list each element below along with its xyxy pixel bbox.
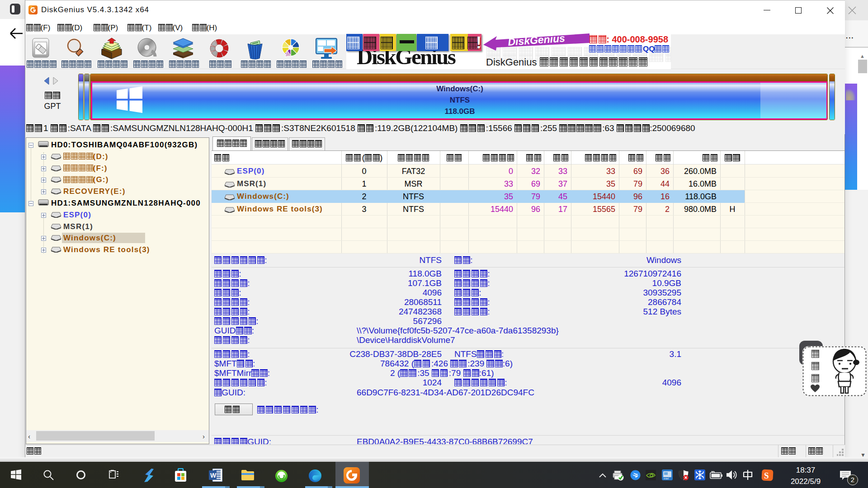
- svg-text:S: S: [764, 471, 769, 480]
- svg-text:W: W: [210, 472, 217, 479]
- svg-text:intel: intel: [664, 477, 669, 480]
